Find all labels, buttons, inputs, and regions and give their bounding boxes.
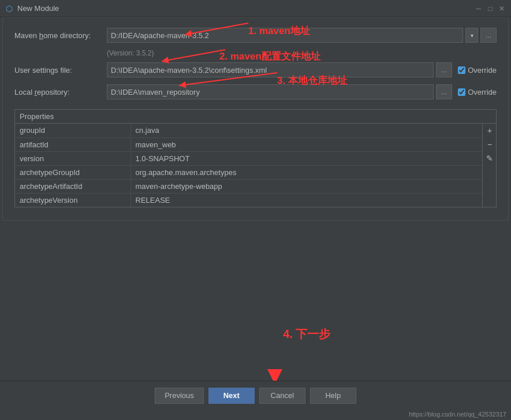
prop-key: version	[15, 151, 130, 165]
local-repo-browse-button[interactable]: …	[436, 84, 452, 99]
prop-value: org.apache.maven.archetypes	[130, 165, 482, 179]
user-settings-browse-button[interactable]: …	[436, 62, 452, 77]
table-row[interactable]: groupIdcn.java	[15, 124, 482, 137]
window-controls: ─ □ ✕	[474, 4, 506, 13]
prop-remove-button[interactable]: −	[483, 137, 497, 151]
properties-table: groupIdcn.javaartifactIdmaven_webversion…	[15, 124, 482, 207]
maximize-button[interactable]: □	[486, 4, 495, 13]
maven-home-input[interactable]	[107, 28, 463, 43]
maven-home-row: Maven home directory: ▾ …	[14, 27, 497, 43]
prop-actions: + − ✎	[482, 124, 496, 207]
prop-key: archetypeGroupId	[15, 165, 130, 179]
dialog-content: Maven home directory: ▾ … (Version: 3.5.…	[2, 17, 509, 221]
local-repo-label: Local repository:	[14, 88, 107, 96]
maven-home-browse-button[interactable]: …	[480, 28, 497, 43]
local-repo-override-checkbox[interactable]	[458, 88, 465, 96]
step4-label: 4. 下一步	[283, 326, 330, 342]
user-settings-row: User settings file: … Override	[14, 62, 497, 78]
window-icon: ⬡	[5, 4, 14, 13]
prop-add-button[interactable]: +	[483, 124, 497, 137]
dialog-form: Maven home directory: ▾ … (Version: 3.5.…	[3, 18, 508, 220]
prop-value: maven-archetype-webapp	[130, 179, 482, 193]
close-button[interactable]: ✕	[497, 4, 506, 13]
prop-value: 1.0-SNAPSHOT	[130, 151, 482, 165]
version-text: (Version: 3.5.2)	[107, 49, 497, 57]
user-settings-input[interactable]	[107, 62, 434, 77]
prop-value: cn.java	[130, 124, 482, 137]
properties-body: groupIdcn.javaartifactIdmaven_webversion…	[15, 124, 496, 207]
local-repo-override-group: Override	[458, 88, 497, 96]
maven-home-dropdown-button[interactable]: ▾	[465, 28, 478, 43]
help-button[interactable]: Help	[310, 388, 356, 404]
user-settings-override-label: Override	[468, 66, 497, 75]
user-settings-override-group: Override	[458, 66, 497, 75]
user-settings-input-group: … Override	[107, 62, 497, 77]
table-row[interactable]: artifactIdmaven_web	[15, 137, 482, 151]
maven-home-input-group: ▾ …	[107, 28, 497, 43]
prop-value: maven_web	[130, 137, 482, 151]
cancel-button[interactable]: Cancel	[259, 388, 305, 404]
next-button[interactable]: Next	[208, 388, 255, 404]
previous-button[interactable]: Previous	[155, 388, 204, 404]
table-row[interactable]: version1.0-SNAPSHOT	[15, 151, 482, 165]
table-row[interactable]: archetypeVersionRELEASE	[15, 193, 482, 207]
prop-key: archetypeArtifactId	[15, 179, 130, 193]
button-bar: Previous Next Cancel Help	[0, 381, 511, 410]
properties-header: Properties	[15, 110, 496, 124]
local-repo-row: Local repository: … Override	[14, 84, 497, 100]
user-settings-override-checkbox[interactable]	[458, 66, 465, 74]
local-repo-input[interactable]	[107, 84, 434, 99]
prop-key: archetypeVersion	[15, 193, 130, 207]
window-title: New Module	[17, 4, 471, 13]
prop-key: groupId	[15, 124, 130, 137]
minimize-button[interactable]: ─	[474, 4, 483, 13]
properties-section: Properties groupIdcn.javaartifactIdmaven…	[14, 109, 497, 207]
local-repo-input-group: … Override	[107, 84, 497, 99]
table-row[interactable]: archetypeArtifactIdmaven-archetype-webap…	[15, 179, 482, 193]
title-bar: ⬡ New Module ─ □ ✕	[0, 0, 511, 17]
prop-value: RELEASE	[130, 193, 482, 207]
prop-key: artifactId	[15, 137, 130, 151]
local-repo-override-label: Override	[468, 88, 497, 96]
table-row[interactable]: archetypeGroupIdorg.apache.maven.archety…	[15, 165, 482, 179]
watermark: https://blog.csdn.net/qq_42532317	[409, 411, 506, 418]
maven-home-label: Maven home directory:	[14, 31, 107, 40]
user-settings-label: User settings file:	[14, 66, 107, 75]
prop-edit-button[interactable]: ✎	[483, 151, 497, 165]
step-annotation-area: 4. 下一步	[0, 316, 511, 391]
